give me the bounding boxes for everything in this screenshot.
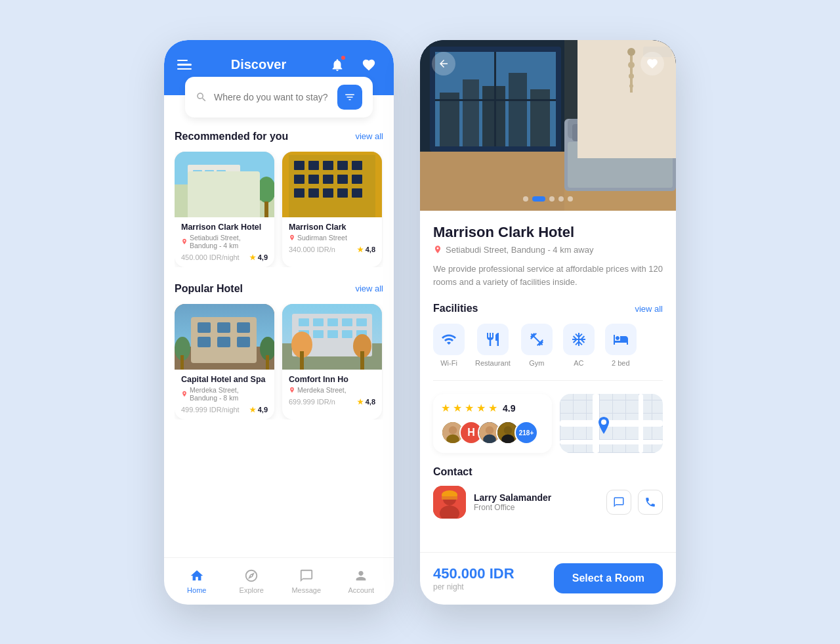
popular-card-2[interactable]: Comfort Inn Ho Merdeka Street, 699.999 I… [282, 304, 382, 419]
card-body-2: Marrison Clark Sudirman Street 340.000 I… [282, 217, 382, 259]
svg-rect-42 [266, 355, 269, 370]
popular-card-rating-1: ★ 4,9 [249, 406, 268, 414]
reviews-map-row: ★ ★ ★ ★ ★ 4.9 H [433, 394, 663, 453]
message-contact-button[interactable] [606, 490, 631, 515]
recommended-card-2[interactable]: Marrison Clark Sudirman Street 340.000 I… [282, 152, 382, 267]
contact-card: Larry Salamander Front Office [433, 486, 663, 519]
call-contact-button[interactable] [638, 490, 663, 515]
contact-name: Larry Salamander [474, 492, 598, 503]
nav-home[interactable]: Home [169, 568, 224, 594]
recommended-view-all[interactable]: view all [355, 131, 383, 141]
nav-account[interactable]: Account [334, 568, 389, 594]
contact-actions [606, 490, 663, 515]
notification-button[interactable] [326, 53, 349, 77]
search-icon [196, 91, 207, 103]
recommended-cards: Marrison Clark Hotel Setiabudi Street, B… [175, 152, 383, 267]
card-rating-1: ★ 4,9 [249, 253, 268, 262]
popular-card-footer-1: 499.999 IDR/night ★ 4,9 [181, 406, 268, 414]
chat-icon [613, 496, 625, 508]
home-icon [189, 568, 205, 584]
svg-rect-18 [337, 161, 348, 170]
svg-rect-2 [188, 165, 240, 207]
facilities-view-all[interactable]: view all [635, 304, 663, 314]
star-4: ★ [476, 402, 486, 414]
avatars-row: H 21 [441, 421, 544, 444]
dot-3[interactable] [549, 196, 555, 202]
svg-point-88 [446, 435, 459, 444]
contact-info: Larry Salamander Front Office [474, 492, 598, 512]
facilities-section: Facilities view all Wi-Fi Restaurant [433, 303, 663, 367]
dot-5[interactable] [568, 196, 573, 202]
nav-explore[interactable]: Explore [224, 568, 280, 594]
facility-wifi: Wi-Fi [433, 324, 465, 367]
recommended-card-1[interactable]: Marrison Clark Hotel Setiabudi Street, B… [175, 152, 274, 267]
svg-rect-20 [294, 175, 304, 184]
svg-rect-3 [193, 170, 202, 178]
facility-gym: Gym [521, 324, 553, 367]
svg-rect-27 [323, 188, 333, 198]
svg-point-94 [501, 435, 514, 444]
svg-rect-34 [217, 322, 230, 333]
star-5: ★ [488, 402, 497, 414]
popular-section-header: Popular Hotel view all [175, 283, 383, 295]
search-bar[interactable] [185, 77, 373, 118]
svg-rect-33 [198, 322, 211, 333]
dot-2[interactable] [532, 196, 545, 202]
svg-rect-70 [494, 52, 496, 146]
popular-view-all[interactable]: view all [355, 284, 383, 293]
nav-message-label: Message [291, 586, 321, 594]
map-road-h2 [560, 440, 663, 444]
restaurant-label: Restaurant [475, 359, 511, 367]
restaurant-icon [485, 332, 501, 347]
discover-phone: Discover Recommended for you view all [164, 40, 394, 605]
search-input[interactable] [214, 92, 331, 102]
svg-rect-59 [360, 351, 364, 370]
hotel-image-1 [175, 152, 274, 217]
popular-card-1[interactable]: Capital Hotel and Spa Merdeka Street, Ba… [175, 304, 274, 419]
map-road-v2 [639, 394, 643, 453]
dot-1[interactable] [523, 196, 528, 202]
nav-message[interactable]: Message [279, 568, 334, 594]
popular-card-price-2: 699.999 IDR/n [289, 398, 335, 406]
detail-hotel-location: Setiabudi Street, Bandung - 4 km away [433, 245, 663, 255]
popular-card-body-1: Capital Hotel and Spa Merdeka Street, Ba… [175, 370, 274, 419]
facilities-title: Facilities [433, 303, 478, 314]
price-label: per night [433, 582, 514, 591]
price-block: 450.000 IDR per night [433, 565, 514, 591]
svg-point-90 [486, 426, 494, 434]
divider-1 [433, 380, 663, 381]
bed-icon [613, 332, 629, 347]
facilities-header: Facilities view all [433, 303, 663, 314]
select-room-button[interactable]: Select a Room [554, 563, 663, 593]
popular-card-location-2: Merdeka Street, [289, 386, 375, 394]
star-3: ★ [465, 402, 474, 414]
svg-rect-46 [299, 318, 309, 326]
map-box[interactable] [560, 394, 663, 453]
facility-restaurant: Restaurant [475, 324, 511, 367]
svg-rect-24 [352, 175, 362, 184]
filter-icon [344, 91, 356, 103]
header-icons [326, 53, 381, 77]
bed-label: 2 bed [612, 359, 630, 367]
popular-card-price-1: 499.999 IDR/night [181, 406, 240, 414]
scroll-area: Recommended for you view all [164, 118, 394, 557]
svg-rect-23 [337, 175, 348, 184]
favorite-button[interactable] [357, 53, 381, 77]
popular-card-body-2: Comfort Inn Ho Merdeka Street, 699.999 I… [282, 370, 382, 412]
hotel-hero [420, 40, 676, 211]
reviews-box: ★ ★ ★ ★ ★ 4.9 H [433, 394, 552, 453]
card-name-1: Marrison Clark Hotel [181, 223, 268, 232]
svg-rect-10 [248, 204, 252, 217]
hero-favorite-button[interactable] [640, 52, 664, 75]
menu-icon[interactable] [177, 60, 192, 70]
facility-bed: 2 bed [605, 324, 637, 367]
popular-card-rating-2: ★ 4,8 [357, 398, 375, 406]
filter-button[interactable] [337, 85, 362, 110]
wifi-icon [441, 332, 457, 347]
svg-rect-29 [352, 188, 362, 198]
location-icon-4 [289, 387, 295, 393]
card-location-2: Sudirman Street [289, 234, 375, 242]
dot-4[interactable] [558, 196, 564, 202]
popular-card-footer-2: 699.999 IDR/n ★ 4,8 [289, 398, 375, 406]
back-button[interactable] [432, 52, 455, 75]
